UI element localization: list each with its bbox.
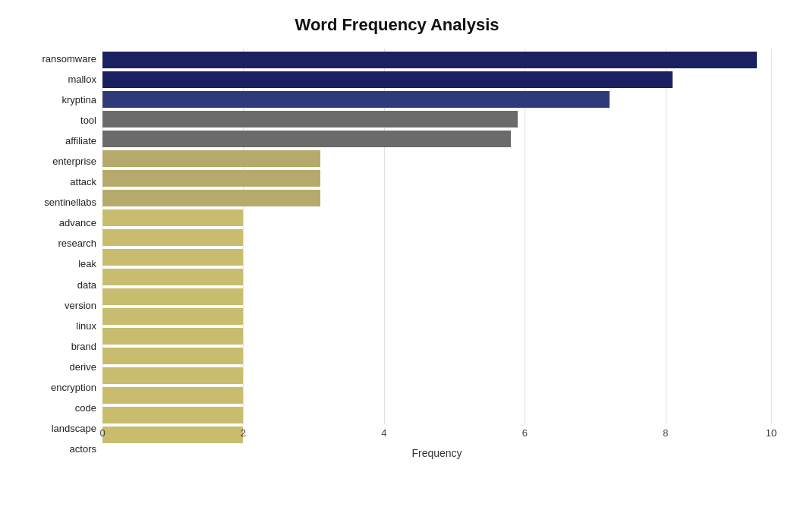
bar-row: [102, 208, 771, 228]
bar: [102, 190, 320, 206]
bar: [102, 111, 518, 127]
bar: [102, 387, 243, 404]
y-label: actors: [70, 444, 96, 454]
y-label: linux: [76, 321, 96, 331]
x-tick-label: 0: [99, 427, 105, 439]
bars-list: [102, 49, 771, 424]
y-label: derive: [70, 362, 96, 372]
y-label: enterprise: [52, 156, 96, 166]
bar-row: [102, 70, 771, 90]
bar-row: [102, 228, 771, 247]
chart-title: Word Frequency Analysis: [23, 15, 771, 35]
y-label: leak: [78, 259, 96, 269]
y-label: advance: [59, 218, 96, 228]
x-tick-label: 8: [663, 427, 668, 439]
bar: [102, 328, 243, 345]
bar: [102, 71, 673, 88]
bar-row: [102, 129, 771, 149]
bar-row: [102, 188, 771, 208]
bar: [102, 367, 243, 384]
bar: [102, 150, 320, 167]
bar-row: [102, 405, 771, 425]
bar: [102, 348, 243, 364]
y-label: landscape: [52, 423, 96, 433]
bar: [102, 170, 320, 187]
y-label: version: [65, 301, 96, 310]
x-tick-label: 10: [766, 427, 777, 439]
bar-row: [102, 346, 771, 366]
bar-row: [102, 326, 771, 346]
bar-row: [102, 287, 771, 307]
x-tick-label: 2: [241, 427, 246, 439]
bar: [102, 269, 243, 285]
y-label: affiliate: [65, 136, 96, 146]
y-label: kryptina: [61, 95, 96, 105]
y-label: tool: [80, 115, 96, 125]
x-tick-label: 4: [381, 427, 386, 439]
y-label: sentinellabs: [44, 197, 96, 207]
bar-row: [102, 366, 771, 386]
bar-row: [102, 109, 771, 129]
y-label: attack: [70, 177, 96, 187]
bar: [102, 91, 610, 108]
x-tick-label: 6: [522, 427, 528, 439]
bar-row: [102, 149, 771, 168]
bar-row: [102, 168, 771, 188]
y-label: encryption: [51, 382, 96, 392]
bar-row: [102, 50, 771, 70]
y-label: code: [75, 403, 96, 413]
y-label: brand: [71, 342, 96, 351]
x-axis-title: Frequency: [102, 447, 771, 459]
bar: [102, 288, 243, 305]
y-axis: ransomwaremalloxkryptinatoolaffiliateent…: [23, 49, 102, 459]
bar: [102, 407, 243, 423]
bar: [102, 209, 243, 226]
bar-row: [102, 90, 771, 109]
y-label: data: [77, 280, 96, 290]
grid-line: [771, 49, 772, 424]
bar: [102, 249, 243, 266]
bar: [102, 308, 243, 325]
y-label: mallox: [68, 74, 96, 84]
bar-row: [102, 307, 771, 326]
grid-and-bars: [102, 49, 771, 424]
chart-container: Word Frequency Analysis ransomwaremallox…: [0, 0, 794, 532]
chart-area: ransomwaremalloxkryptinatoolaffiliateent…: [23, 49, 771, 459]
bar-row: [102, 247, 771, 267]
bar: [102, 131, 511, 147]
bar: [102, 229, 243, 246]
bar: [102, 52, 757, 68]
y-label: ransomware: [42, 54, 96, 64]
bars-wrapper: 0246810 Frequency: [102, 49, 771, 459]
bar-row: [102, 267, 771, 287]
y-label: research: [58, 238, 96, 248]
bar-row: [102, 386, 771, 405]
